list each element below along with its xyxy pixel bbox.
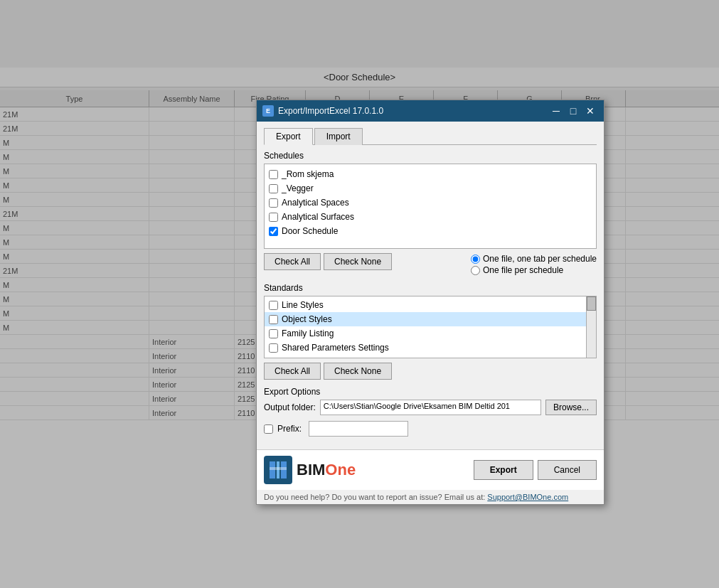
radio-one-file-tab[interactable]: One file, one tab per schedule <box>471 254 597 264</box>
maximize-button[interactable]: □ <box>565 103 581 119</box>
standards-check-all-button[interactable]: Check All <box>264 363 321 380</box>
standard-checkbox-object-styles[interactable] <box>269 315 278 324</box>
schedules-check-all-button[interactable]: Check All <box>264 253 321 270</box>
radio-one-file-tab-input[interactable] <box>471 255 480 264</box>
standard-checkbox-shared-params[interactable] <box>269 343 278 353</box>
schedule-item-vegger[interactable]: _Vegger <box>265 181 596 196</box>
schedule-checkbox-door-schedule[interactable] <box>269 227 278 236</box>
bim-text: BIM <box>297 461 325 479</box>
dialog-icon: E <box>262 105 274 117</box>
radio-one-file-each-input[interactable] <box>471 266 480 275</box>
prefix-input[interactable] <box>309 421 408 437</box>
export-import-dialog: E Export/ImportExcel 17.0.1.0 ─ □ ✕ Expo… <box>256 100 605 505</box>
help-email-link[interactable]: Support@BIMOne.com <box>487 493 568 501</box>
standards-scrollbar[interactable] <box>586 296 596 358</box>
help-text: Do you need help? Do you want to report … <box>257 490 604 504</box>
radio-one-file-tab-label: One file, one tab per schedule <box>483 254 597 264</box>
standard-label-line-styles: Line Styles <box>282 300 324 310</box>
schedule-checkbox-vegger[interactable] <box>269 184 278 193</box>
standard-item-shared-params[interactable]: Shared Parameters Settings <box>265 341 596 355</box>
standard-item-line-styles[interactable]: Line Styles <box>265 298 596 312</box>
schedule-label-rom-skjema: _Rom skjema <box>282 169 334 179</box>
schedule-checkbox-analytical-spaces[interactable] <box>269 198 278 208</box>
dialog-titlebar: E Export/ImportExcel 17.0.1.0 ─ □ ✕ <box>257 100 604 122</box>
titlebar-buttons: ─ □ ✕ <box>548 103 598 119</box>
prefix-label: Prefix: <box>277 424 302 434</box>
prefix-row: Prefix: <box>264 421 597 437</box>
close-button[interactable]: ✕ <box>582 103 598 119</box>
schedules-check-none-button[interactable]: Check None <box>324 253 392 270</box>
bim-logo-icon <box>264 456 292 484</box>
schedule-item-analytical-surfaces[interactable]: Analytical Surfaces <box>265 210 596 224</box>
tab-bar: Export Import <box>264 127 597 145</box>
tab-import[interactable]: Import <box>314 128 363 145</box>
standard-item-family-listing[interactable]: Family Listing <box>265 326 596 341</box>
standards-check-buttons: Check All Check None <box>264 363 597 380</box>
schedule-label-analytical-spaces: Analytical Spaces <box>282 198 349 208</box>
radio-one-file-each-label: One file per schedule <box>483 265 563 275</box>
schedule-checkbox-analytical-surfaces[interactable] <box>269 213 278 222</box>
bim-logo-svg <box>268 460 288 480</box>
schedules-label: Schedules <box>264 151 597 161</box>
standard-checkbox-line-styles[interactable] <box>269 301 278 310</box>
standards-check-none-button[interactable]: Check None <box>324 363 392 380</box>
one-text: One <box>325 461 356 479</box>
schedules-check-buttons: Check All Check None <box>264 253 392 270</box>
schedule-checkbox-rom-skjema[interactable] <box>269 170 278 179</box>
standards-listbox: Line Styles Object Styles Family Listing… <box>264 296 597 358</box>
schedule-item-door-schedule[interactable]: Door Schedule <box>265 224 596 238</box>
footer-buttons: Export Cancel <box>474 460 597 480</box>
dialog-title: Export/ImportExcel 17.0.1.0 <box>278 106 548 116</box>
browse-button[interactable]: Browse... <box>545 400 597 415</box>
standard-checkbox-family-listing[interactable] <box>269 329 278 338</box>
standard-item-object-styles[interactable]: Object Styles <box>265 312 596 326</box>
export-options-label: Export Options <box>264 387 597 397</box>
bim-logo-text: BIMOne <box>297 461 356 479</box>
radio-group-output: One file, one tab per schedule One file … <box>471 254 597 275</box>
standards-scrollbar-thumb[interactable] <box>587 296 596 311</box>
schedule-label-door-schedule: Door Schedule <box>282 226 338 236</box>
output-folder-label: Output folder: <box>264 402 316 412</box>
standards-label: Standards <box>264 283 597 293</box>
bim-one-logo: BIMOne <box>264 456 356 484</box>
schedule-item-rom-skjema[interactable]: _Rom skjema <box>265 167 596 181</box>
schedules-bottom-row: Check All Check None One file, one tab p… <box>264 253 597 276</box>
output-path-display: C:\Users\Stian\Google Drive\Eksamen BIM … <box>320 400 541 415</box>
dialog-body: Export Import Schedules _Rom skjema _Veg… <box>257 122 604 449</box>
schedule-label-analytical-surfaces: Analytical Surfaces <box>282 212 354 222</box>
cancel-button[interactable]: Cancel <box>538 460 597 480</box>
export-options-section: Export Options Output folder: C:\Users\S… <box>264 387 597 437</box>
output-folder-row: Output folder: C:\Users\Stian\Google Dri… <box>264 400 597 415</box>
standard-label-object-styles: Object Styles <box>282 314 332 324</box>
standard-label-family-listing: Family Listing <box>282 328 334 338</box>
prefix-checkbox[interactable] <box>264 424 273 434</box>
svg-rect-3 <box>270 467 287 470</box>
standard-label-shared-params: Shared Parameters Settings <box>282 343 389 353</box>
dialog-footer: BIMOne Export Cancel <box>257 449 604 490</box>
schedule-item-analytical-spaces[interactable]: Analytical Spaces <box>265 196 596 210</box>
tab-export[interactable]: Export <box>264 128 313 145</box>
minimize-button[interactable]: ─ <box>548 103 564 119</box>
export-button[interactable]: Export <box>474 460 533 480</box>
schedule-label-vegger: _Vegger <box>282 183 314 193</box>
radio-one-file-each[interactable]: One file per schedule <box>471 265 597 275</box>
schedules-listbox: _Rom skjema _Vegger Analytical Spaces An… <box>264 164 597 249</box>
